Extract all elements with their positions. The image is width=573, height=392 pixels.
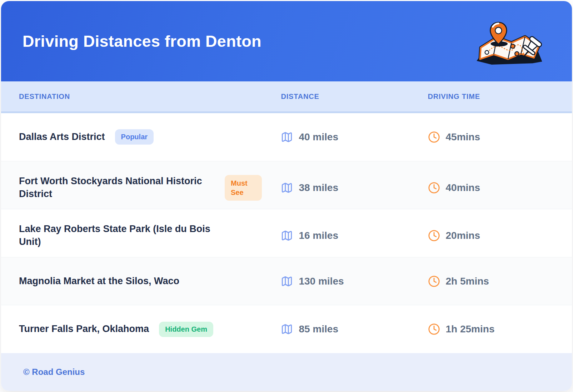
distance-value: 16 miles — [299, 230, 338, 241]
destination-name: Dallas Arts District — [19, 131, 105, 144]
clock-icon — [428, 230, 440, 242]
driving-time-value: 20mins — [446, 230, 480, 241]
table-header-row: DESTINATION DISTANCE DRIVING TIME — [1, 81, 572, 113]
popular-badge: Popular — [115, 129, 154, 145]
destination-name: Fort Worth Stockyards National Historic … — [19, 175, 215, 201]
distance-cell: 85 miles — [271, 323, 420, 335]
distance-value: 38 miles — [299, 182, 338, 194]
distance-cell: 38 miles — [271, 182, 420, 194]
clock-icon — [428, 131, 440, 143]
driving-time-cell: 1h 25mins — [421, 323, 572, 335]
distance-value: 130 miles — [299, 276, 344, 287]
map-icon — [281, 323, 293, 335]
clock-icon — [428, 182, 440, 194]
distance-cell: 40 miles — [271, 131, 420, 143]
page-title: Driving Distances from Denton — [23, 32, 261, 51]
destination-name: Magnolia Market at the Silos, Waco — [19, 275, 179, 288]
driving-time-value: 2h 5mins — [446, 276, 489, 287]
distance-value: 40 miles — [299, 131, 338, 143]
clock-icon — [428, 323, 440, 335]
column-header-distance: DISTANCE — [271, 92, 420, 101]
card-header: Driving Distances from Denton — [1, 1, 572, 81]
destination-cell: Magnolia Market at the Silos, Waco — [19, 261, 271, 301]
table-row: Dallas Arts District Popular 40 miles 45… — [1, 113, 572, 161]
table-row: Fort Worth Stockyards National Historic … — [1, 161, 572, 209]
driving-distances-card: Driving Distances from Denton — [1, 1, 572, 391]
column-header-destination: DESTINATION — [1, 92, 271, 101]
destination-name: Turner Falls Park, Oklahoma — [19, 323, 149, 336]
copyright-text: © Road Genius — [23, 367, 85, 377]
driving-time-value: 40mins — [446, 182, 480, 194]
card-footer: © Road Genius — [1, 353, 572, 391]
destination-cell: Lake Ray Roberts State Park (Isle du Boi… — [19, 209, 271, 262]
map-icon — [281, 131, 293, 143]
table-row: Magnolia Market at the Silos, Waco 130 m… — [1, 257, 572, 305]
driving-time-value: 1h 25mins — [446, 323, 495, 335]
driving-time-cell: 2h 5mins — [421, 275, 572, 287]
table-row: Turner Falls Park, Oklahoma Hidden Gem 8… — [1, 305, 572, 353]
table-body: Dallas Arts District Popular 40 miles 45… — [1, 113, 572, 353]
driving-time-cell: 20mins — [421, 230, 572, 242]
destination-cell: Fort Worth Stockyards National Historic … — [19, 161, 271, 214]
map-icon — [281, 230, 293, 242]
must-see-badge: Must See — [225, 175, 262, 201]
distance-cell: 16 miles — [271, 230, 420, 242]
distance-value: 85 miles — [299, 323, 338, 335]
column-header-driving-time: DRIVING TIME — [421, 92, 572, 101]
map-icon — [281, 275, 293, 287]
driving-time-cell: 45mins — [421, 131, 572, 143]
clock-icon — [428, 275, 440, 287]
hidden-gem-badge: Hidden Gem — [159, 322, 213, 337]
distance-cell: 130 miles — [271, 275, 420, 287]
destination-cell: Turner Falls Park, Oklahoma Hidden Gem — [19, 308, 271, 351]
driving-time-value: 45mins — [446, 131, 480, 143]
map-icon — [281, 182, 293, 194]
destination-cell: Dallas Arts District Popular — [19, 116, 271, 158]
folded-map-illustration — [471, 16, 546, 69]
destination-name: Lake Ray Roberts State Park (Isle du Boi… — [19, 223, 215, 248]
driving-time-cell: 40mins — [421, 182, 572, 194]
table-row: Lake Ray Roberts State Park (Isle du Boi… — [1, 209, 572, 257]
